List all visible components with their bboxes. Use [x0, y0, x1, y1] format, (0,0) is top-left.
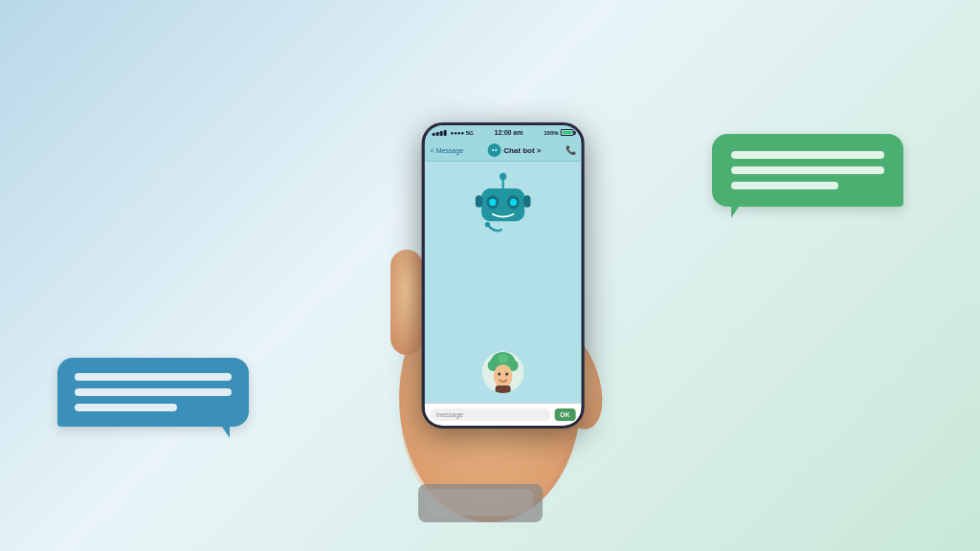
svg-point-24	[485, 222, 490, 227]
bubble-line	[731, 151, 884, 159]
ok-button[interactable]: OK	[554, 408, 576, 421]
network-type: ●●●● 5G	[451, 130, 474, 136]
bubble-left	[57, 358, 249, 427]
robot-avatar	[469, 171, 538, 240]
chat-user-row	[482, 351, 524, 393]
battery-fill	[563, 131, 572, 134]
phone-screen: ●●●● 5G 12:00 am 100% < Message	[425, 125, 582, 426]
svg-point-16	[500, 173, 506, 180]
svg-rect-8	[428, 489, 533, 516]
svg-rect-4	[390, 250, 423, 355]
chat-title-text: Chat bot >	[503, 146, 541, 155]
battery-icon	[561, 129, 574, 136]
svg-rect-23	[523, 195, 530, 208]
nav-bar: < Message Chat bot > 📞	[425, 140, 582, 162]
svg-point-31	[498, 373, 501, 376]
svg-point-12	[489, 145, 499, 155]
bubble-line	[75, 388, 232, 396]
battery-percent: 100%	[544, 130, 558, 136]
svg-point-29	[499, 354, 508, 364]
svg-point-30	[494, 364, 513, 387]
bubble-line	[731, 182, 838, 189]
signal-dot-2	[436, 132, 439, 136]
phone-call-icon[interactable]: 📞	[566, 145, 576, 155]
signal-dot-4	[444, 130, 447, 136]
phone: ●●●● 5G 12:00 am 100% < Message	[422, 122, 585, 429]
status-left: ●●●● 5G	[433, 130, 474, 136]
bot-avatar-nav	[487, 143, 501, 157]
svg-rect-22	[476, 195, 482, 208]
chat-title: Chat bot >	[487, 143, 541, 157]
svg-rect-33	[496, 386, 511, 393]
clock: 12:00 am	[495, 129, 523, 136]
svg-point-20	[489, 199, 496, 206]
svg-point-14	[495, 149, 497, 151]
bubble-line	[75, 373, 232, 381]
signal-dot-1	[433, 133, 435, 136]
signal-dot-3	[440, 131, 443, 136]
user-avatar	[482, 351, 524, 393]
bubble-line	[731, 166, 884, 174]
message-input[interactable]: message	[431, 408, 550, 421]
svg-point-32	[505, 373, 508, 376]
battery-container: 100%	[544, 129, 573, 136]
bubble-right	[712, 134, 903, 207]
signal-dots	[433, 130, 447, 136]
status-bar: ●●●● 5G 12:00 am 100%	[425, 125, 582, 140]
input-bar: message OK	[425, 403, 582, 426]
chat-area	[425, 162, 582, 403]
svg-point-21	[510, 199, 517, 206]
back-button[interactable]: < Message	[431, 147, 463, 154]
svg-point-13	[492, 149, 494, 151]
bubble-line	[75, 404, 177, 411]
scene: ●●●● 5G 12:00 am 100% < Message	[0, 0, 980, 551]
